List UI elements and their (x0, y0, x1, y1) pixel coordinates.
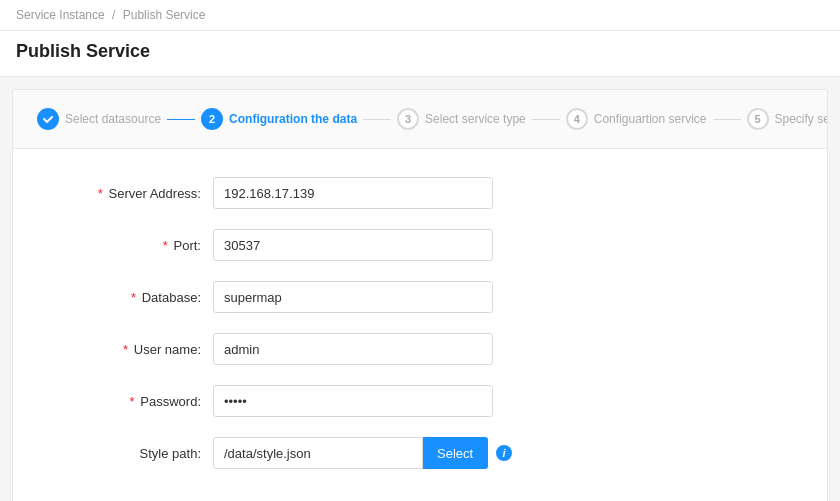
required-marker: * (131, 290, 136, 305)
password-label: * Password: (53, 394, 213, 409)
password-input[interactable] (213, 385, 493, 417)
page-title-bar: Publish Service (0, 31, 840, 77)
port-input[interactable] (213, 229, 493, 261)
form-area: * Server Address: * Port: * Database: (13, 149, 827, 501)
required-marker: * (130, 394, 135, 409)
step-item-5: 5 Specify service node (747, 108, 827, 130)
style-path-row: Style path: Select i (53, 437, 787, 469)
step-item-4: 4 Configuartion service (566, 108, 707, 130)
style-path-input[interactable] (213, 437, 423, 469)
step-circle-1 (37, 108, 59, 130)
server-address-input[interactable] (213, 177, 493, 209)
database-input[interactable] (213, 281, 493, 313)
step-connector-3 (532, 119, 560, 120)
breadcrumb-part1: Service Instance (16, 8, 105, 22)
check-icon (42, 113, 54, 125)
step-label-3: Select service type (425, 112, 526, 126)
style-path-label: Style path: (53, 446, 213, 461)
stepper: Select datasource 2 Configuration the da… (13, 90, 827, 149)
server-address-label: * Server Address: (53, 186, 213, 201)
password-row: * Password: (53, 385, 787, 417)
required-marker: * (98, 186, 103, 201)
page-wrapper: Service Instance / Publish Service Publi… (0, 0, 840, 501)
style-path-input-group: Select (213, 437, 488, 469)
database-label: * Database: (53, 290, 213, 305)
port-row: * Port: (53, 229, 787, 261)
username-input[interactable] (213, 333, 493, 365)
step-circle-2: 2 (201, 108, 223, 130)
step-label-5: Specify service node (775, 112, 827, 126)
step-item-2: 2 Configuration the data (201, 108, 357, 130)
step-connector-1 (167, 119, 195, 120)
breadcrumb-separator: / (112, 8, 115, 22)
step-connector-2 (363, 119, 391, 120)
required-marker: * (123, 342, 128, 357)
step-circle-3: 3 (397, 108, 419, 130)
port-label: * Port: (53, 238, 213, 253)
top-bar: Service Instance / Publish Service (0, 0, 840, 31)
username-row: * User name: (53, 333, 787, 365)
breadcrumb: Service Instance / Publish Service (16, 8, 824, 22)
username-label: * User name: (53, 342, 213, 357)
step-circle-4: 4 (566, 108, 588, 130)
select-button[interactable]: Select (423, 437, 488, 469)
breadcrumb-part2: Publish Service (123, 8, 206, 22)
main-content: Select datasource 2 Configuration the da… (12, 89, 828, 501)
step-item-1: Select datasource (37, 108, 161, 130)
step-item-3: 3 Select service type (397, 108, 526, 130)
step-circle-5: 5 (747, 108, 769, 130)
page-title: Publish Service (16, 41, 824, 62)
step-label-1: Select datasource (65, 112, 161, 126)
info-icon[interactable]: i (496, 445, 512, 461)
step-label-2: Configuration the data (229, 112, 357, 126)
step-connector-4 (713, 119, 741, 120)
server-address-row: * Server Address: (53, 177, 787, 209)
required-marker: * (163, 238, 168, 253)
database-row: * Database: (53, 281, 787, 313)
step-label-4: Configuartion service (594, 112, 707, 126)
